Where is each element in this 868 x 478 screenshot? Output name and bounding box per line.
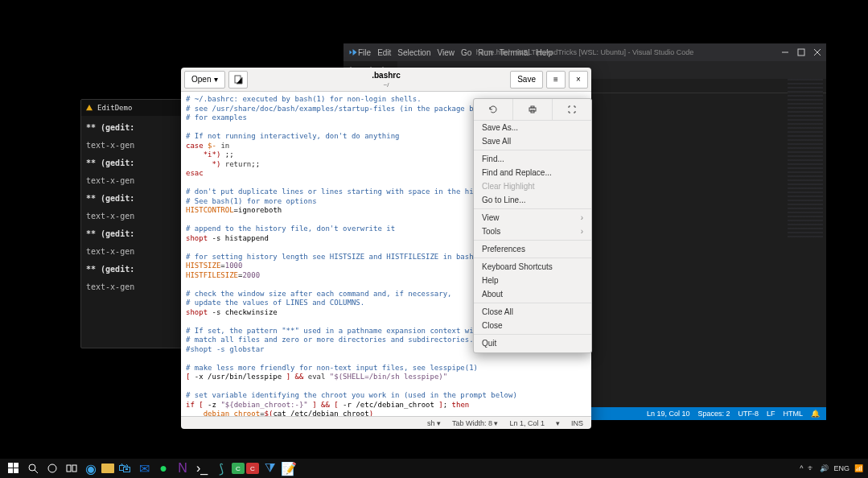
- app-explorer[interactable]: [101, 464, 114, 473]
- menu-file[interactable]: File: [358, 48, 371, 57]
- svg-point-9: [29, 464, 35, 471]
- save-button[interactable]: Save: [510, 71, 543, 89]
- search-button[interactable]: [24, 460, 42, 476]
- fullscreen-button[interactable]: [553, 99, 591, 120]
- menu-view[interactable]: View: [438, 48, 455, 57]
- open-button[interactable]: Open ▾: [184, 71, 225, 89]
- windows-icon: [8, 463, 19, 474]
- app-edge[interactable]: ◉: [82, 460, 100, 476]
- svg-rect-11: [67, 465, 71, 472]
- app-c2[interactable]: C: [246, 463, 259, 474]
- menu-edit[interactable]: Edit: [377, 48, 391, 57]
- taskview-icon: [66, 463, 77, 474]
- svg-rect-6: [14, 463, 19, 468]
- cortana-button[interactable]: [43, 460, 61, 476]
- tab-width[interactable]: Tab Width: 8 ▾: [452, 419, 499, 427]
- taskbar[interactable]: ◉ 🛍 ✉ ● N ›_ ⟆ C C ⧩ 📝 ^ᯤ🔊ENG📶: [0, 459, 868, 478]
- gedit-title: .bashrc~/: [372, 71, 401, 89]
- warning-icon: [86, 105, 93, 111]
- app-gedit[interactable]: 📝: [280, 460, 298, 476]
- menu-preferences[interactable]: Preferences: [474, 242, 591, 256]
- svg-rect-8: [14, 468, 19, 473]
- app-code[interactable]: ⧩: [261, 460, 278, 476]
- menu-close-all[interactable]: Close All: [474, 305, 591, 319]
- app-onenote[interactable]: N: [174, 460, 191, 476]
- ins-mode: INS: [571, 419, 583, 427]
- lang-selector[interactable]: sh ▾: [427, 419, 441, 427]
- print-icon: [528, 105, 537, 114]
- new-tab-button[interactable]: [228, 71, 248, 89]
- new-doc-icon: [233, 75, 243, 84]
- reload-icon: [488, 105, 498, 114]
- menu-quit[interactable]: Quit: [474, 336, 591, 350]
- menu-find-[interactable]: Find...: [474, 152, 591, 166]
- menu-go[interactable]: Go: [461, 48, 471, 57]
- menu-about[interactable]: About: [474, 287, 591, 301]
- tray[interactable]: ^ᯤ🔊ENG📶: [800, 464, 863, 472]
- popup-items: Save As...Save AllFind...Find and Replac…: [474, 121, 591, 350]
- minimap[interactable]: [788, 79, 823, 240]
- menu-save-as-[interactable]: Save As...: [474, 121, 591, 134]
- cursor-pos: Ln 1, Col 1: [509, 419, 545, 427]
- app-steam[interactable]: ⟆: [212, 460, 230, 476]
- menu-close[interactable]: Close: [474, 319, 591, 332]
- app-c1[interactable]: C: [232, 463, 245, 474]
- menu-view[interactable]: View: [474, 211, 591, 225]
- start-button[interactable]: [5, 460, 23, 476]
- svg-point-10: [48, 464, 56, 472]
- svg-rect-3: [531, 106, 534, 108]
- svg-rect-12: [72, 465, 76, 472]
- hamburger-button[interactable]: ≡: [546, 71, 566, 89]
- max-icon[interactable]: [797, 48, 805, 56]
- gedit-status: sh ▾ Tab Width: 8 ▾ Ln 1, Col 1 ▾ INS: [181, 416, 591, 429]
- gedit-menu-popup: Save As...Save AllFind...Find and Replac…: [473, 98, 592, 353]
- app-store[interactable]: 🛍: [116, 460, 134, 476]
- app-terminal[interactable]: ›_: [193, 460, 211, 476]
- menu-tools[interactable]: Tools: [474, 225, 591, 238]
- app-spotify[interactable]: ●: [154, 460, 172, 476]
- gedit-header: Open ▾ .bashrc~/ Save ≡ ×: [181, 68, 591, 92]
- menu-save-all[interactable]: Save All: [474, 134, 591, 148]
- fullscreen-icon: [567, 105, 577, 114]
- gedit-close-button[interactable]: ×: [569, 71, 588, 89]
- menu-keyboard-shortcuts[interactable]: Keyboard Shortcuts: [474, 260, 591, 274]
- vscode-title: home.html - WSLTipsAndTricks [WSL: Ubunt…: [476, 48, 694, 56]
- vscode-logo-icon: [348, 47, 358, 57]
- vscode-titlebar[interactable]: FileEditSelectionViewGoRunTerminalHelp h…: [343, 43, 826, 61]
- close-icon[interactable]: [813, 48, 821, 56]
- menu-help[interactable]: Help: [474, 274, 591, 287]
- taskview-button[interactable]: [63, 460, 80, 476]
- menu-selection[interactable]: Selection: [397, 48, 430, 57]
- svg-rect-0: [798, 49, 804, 56]
- circle-icon: [47, 463, 58, 474]
- app-outlook[interactable]: ✉: [135, 460, 153, 476]
- search-icon: [27, 463, 39, 474]
- menu-find-and-replace-[interactable]: Find and Replace...: [474, 166, 591, 179]
- min-icon[interactable]: [781, 48, 789, 56]
- svg-rect-5: [8, 463, 13, 468]
- menu-clear-highlight: Clear Highlight: [474, 179, 591, 193]
- reload-button[interactable]: [474, 99, 513, 120]
- print-button[interactable]: [513, 99, 553, 120]
- svg-rect-7: [8, 468, 13, 473]
- menu-go-to-line-[interactable]: Go to Line...: [474, 193, 591, 207]
